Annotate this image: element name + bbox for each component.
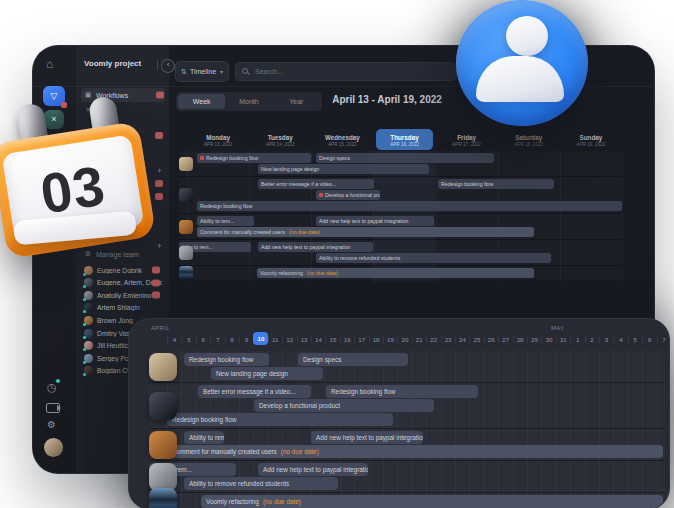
task-bar[interactable]: Redesign booking flow [184,353,269,366]
task-bar[interactable]: Ability to remove refunded students [184,477,338,490]
task-bar[interactable]: Comment for manually created users(no du… [197,227,534,237]
timeline-lane: Voomly refactoring(no due date) [149,495,665,508]
clock-icon[interactable]: ◷ [47,381,57,394]
task-bar[interactable]: New landing page design [211,367,323,380]
day-number[interactable]: 26 [484,333,499,346]
day-header-monday[interactable]: MondayAPR 13, 2022 [187,129,249,151]
search-input[interactable] [253,67,450,76]
day-number[interactable]: 5 [181,333,196,346]
home-icon[interactable]: ⌂ [46,57,53,71]
task-bar[interactable]: Redesign booking flow [197,153,311,163]
day-number[interactable]: 6 [196,333,211,346]
task-bar[interactable]: Develop a functional product [316,190,380,200]
task-label: Redesign booking flow [172,416,236,423]
day-number[interactable]: 22 [426,333,441,346]
day-header-wednesday[interactable]: WednesdayAPR 15, 2022 [311,129,373,151]
task-bar[interactable]: Redesign booking flow [167,413,393,426]
day-number[interactable]: 9 [239,333,254,346]
day-number[interactable]: 14 [311,333,326,346]
row-avatar [179,266,193,280]
task-bar[interactable]: Voomly refactoring(no due date) [257,268,534,278]
day-number[interactable]: 30 [541,333,556,346]
presence-dot [83,373,86,376]
member-row[interactable]: Anatoliy Emleninov [81,289,166,301]
task-bar[interactable]: Add new help text to paypal integration [316,216,434,226]
task-bar[interactable]: Better error message if a video... [198,385,311,398]
task-bar[interactable]: Design specs [316,153,494,163]
day-number[interactable]: 23 [441,333,456,346]
day-header-thursday[interactable]: ThursdayAPR 16, 2022 [373,129,435,151]
day-number[interactable]: 24 [455,333,470,346]
presence-dot [83,336,86,339]
day-number[interactable]: 11 [268,333,283,346]
day-number[interactable]: 6 [642,333,657,346]
day-number[interactable]: 19 [383,333,398,346]
task-bar[interactable]: Ability to remove refunded students [316,253,551,263]
member-row[interactable]: Artem Shlagin [81,302,166,314]
day-number[interactable]: 7 [210,333,225,346]
member-avatar [84,329,93,338]
day-number[interactable]: 21 [412,333,427,346]
collapse-sidebar-button[interactable]: ‹ [161,59,175,73]
day-number[interactable]: 18 [369,333,384,346]
day-number[interactable]: 12 [282,333,297,346]
user-avatar[interactable] [44,438,63,457]
priority-flag-icon [319,193,323,197]
day-number[interactable]: 17 [354,333,369,346]
day-date: APR 16, 2022 [390,142,419,147]
member-row[interactable]: Eugene, Artem, Dmitr... [81,277,166,289]
day-number[interactable]: 5 [628,333,643,346]
day-date: APR 19, 2022 [577,142,606,147]
zoomed-timeline-panel: APRIL MAY 456789101112131415161718192021… [128,318,670,508]
gear-icon[interactable]: ⚙ [47,419,56,430]
day-number[interactable]: 1 [570,333,585,346]
day-number[interactable]: 27 [498,333,513,346]
day-number[interactable]: 4 [613,333,628,346]
timeline-row: bility to rem...Add new help text to pay… [149,460,665,492]
day-number[interactable]: 15 [325,333,340,346]
task-bar[interactable]: New landing page design [258,164,429,174]
day-number[interactable]: 7 [657,333,670,346]
tab-week[interactable]: Week [178,94,225,109]
day-number[interactable]: 2 [585,333,600,346]
day-number[interactable]: 28 [513,333,528,346]
day-number[interactable]: 10 [253,332,268,345]
task-bar[interactable]: Comment for manually created users(no du… [167,445,663,458]
task-bar[interactable]: Voomly refactoring(no due date) [201,495,663,508]
task-bar[interactable]: Develop a functional product [254,399,434,412]
task-bar[interactable]: Redesign booking flow [438,179,554,189]
day-number[interactable]: 29 [527,333,542,346]
task-bar[interactable]: Redesign booking flow [197,201,622,211]
day-header-tuesday[interactable]: TuesdayAPR 14, 2022 [249,129,311,151]
task-bar[interactable]: Redesign booking flow [326,385,478,398]
task-bar[interactable]: Design specs [298,353,408,366]
member-avatar [84,303,93,312]
task-bar[interactable]: Add new help text to paypal integration [258,463,368,476]
day-number[interactable]: 25 [469,333,484,346]
chevron-down-icon: ▾ [220,68,223,75]
task-bar[interactable]: Add new help text to paypal integration [311,431,423,444]
presence-dot [83,285,86,288]
day-number[interactable]: 13 [297,333,312,346]
task-label: Ability to rem... [200,218,234,224]
tab-month[interactable]: Month [225,94,272,109]
task-label: New landing page design [216,370,288,377]
day-number[interactable]: 8 [225,333,240,346]
task-bar[interactable]: Ability to rem... [197,216,254,226]
day-number[interactable]: 3 [599,333,614,346]
presence-dot [83,323,86,326]
task-bar[interactable]: Better error message if a video... [258,179,374,189]
task-bar[interactable]: Add new help text to paypal integration [258,242,373,252]
view-selector-dropdown[interactable]: ⇅ Timeline ▾ [175,61,229,82]
day-number[interactable]: 20 [397,333,412,346]
video-icon[interactable] [46,403,60,413]
timeline-row: Voomly refactoring(no due date) [149,492,665,508]
day-number[interactable]: 4 [167,333,182,346]
day-name: Thursday [390,134,418,141]
task-bar[interactable]: Ability to rem... [184,431,224,444]
member-avatar [84,366,93,375]
member-avatar [84,316,93,325]
day-number[interactable]: 31 [556,333,571,346]
task-label: Redesign booking flow [189,356,253,363]
day-number[interactable]: 16 [340,333,355,346]
